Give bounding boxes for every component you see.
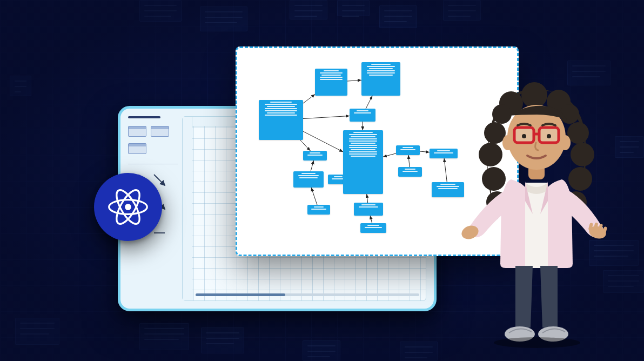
svg-point-19 xyxy=(521,82,547,108)
background-box xyxy=(200,6,247,31)
diagram-edge xyxy=(366,96,372,109)
diagram-node[interactable] xyxy=(430,149,458,158)
react-logo-badge xyxy=(94,173,162,241)
diagram-node[interactable] xyxy=(350,109,375,122)
background-box xyxy=(443,0,481,21)
svg-point-15 xyxy=(571,143,594,166)
background-box xyxy=(400,342,438,361)
diagram-edge xyxy=(303,116,350,118)
svg-point-26 xyxy=(560,135,571,150)
sidebar-divider xyxy=(128,164,178,164)
background-box xyxy=(603,270,644,293)
background-box xyxy=(10,76,31,96)
background-box xyxy=(139,0,182,22)
svg-point-11 xyxy=(479,143,502,166)
diagram-edge xyxy=(444,158,447,182)
diagram-node[interactable] xyxy=(354,203,383,216)
svg-point-21 xyxy=(492,104,512,124)
shape-thumbnail[interactable] xyxy=(151,126,169,137)
diagram-edge xyxy=(370,216,372,223)
svg-point-40 xyxy=(494,337,580,348)
diagram-node[interactable] xyxy=(360,223,386,233)
diagram-node[interactable] xyxy=(293,171,324,188)
ruler-vertical xyxy=(183,117,192,300)
diagram-node[interactable] xyxy=(315,69,347,96)
shape-thumbnail[interactable] xyxy=(128,126,146,137)
background-box xyxy=(15,318,59,345)
diagram-edge xyxy=(347,80,361,81)
background-box xyxy=(337,0,370,16)
background-box xyxy=(139,323,189,350)
diagram-node[interactable] xyxy=(259,100,303,140)
shape-thumbnail[interactable] xyxy=(128,143,146,154)
background-box xyxy=(379,5,417,28)
diagram-edge xyxy=(303,95,315,104)
diagram-node[interactable] xyxy=(396,145,420,155)
svg-line-1 xyxy=(154,175,165,185)
svg-point-6 xyxy=(125,204,131,210)
diagram-node[interactable] xyxy=(432,182,464,197)
background-box xyxy=(303,340,340,361)
diagram-node[interactable] xyxy=(303,151,327,161)
diagram-edge xyxy=(367,194,368,203)
canvas-horizontal-scrollbar[interactable] xyxy=(196,293,419,296)
react-icon xyxy=(105,184,151,230)
diagram-node[interactable] xyxy=(307,205,330,215)
diagram-edge xyxy=(311,161,313,171)
diagram-edge xyxy=(311,188,317,205)
diagram-edge xyxy=(383,153,396,157)
svg-point-14 xyxy=(567,122,589,144)
svg-point-10 xyxy=(484,122,506,144)
svg-point-31 xyxy=(547,134,551,138)
svg-point-30 xyxy=(522,134,526,138)
diagram-edge xyxy=(408,155,410,167)
diagram-edge xyxy=(300,140,310,151)
svg-point-25 xyxy=(502,135,513,150)
background-box xyxy=(201,327,244,353)
sidebar-heading-bar xyxy=(128,116,160,118)
background-box xyxy=(615,136,644,158)
presenter-avatar xyxy=(461,73,607,349)
shape-palette-row xyxy=(128,143,178,154)
svg-point-12 xyxy=(482,167,506,191)
diagram-edge xyxy=(420,151,430,152)
diagram-edge xyxy=(303,131,343,152)
svg-point-16 xyxy=(568,167,592,191)
background-box xyxy=(290,0,327,19)
shape-palette-row xyxy=(128,126,178,137)
diagram-node[interactable] xyxy=(361,62,400,96)
diagram-node[interactable] xyxy=(398,167,422,177)
diagram-node[interactable] xyxy=(343,130,383,194)
